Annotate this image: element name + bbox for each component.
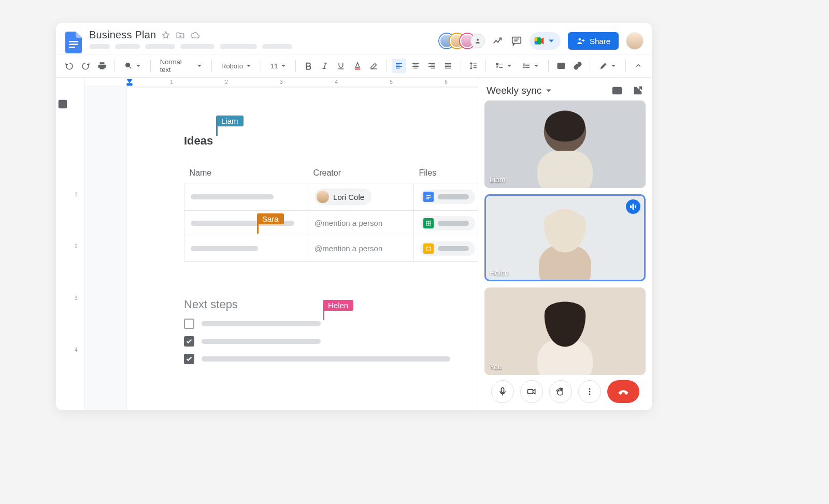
print-button[interactable] xyxy=(95,59,109,73)
insert-image-button[interactable] xyxy=(554,59,568,73)
svg-rect-21 xyxy=(426,197,431,198)
horizontal-ruler[interactable]: 1 2 3 4 5 6 xyxy=(85,78,478,87)
ideas-table[interactable]: Name Creator Files Lori Cole Sara xyxy=(184,168,478,262)
star-icon[interactable] xyxy=(161,31,170,40)
font-size-dropdown[interactable]: 11 xyxy=(266,59,290,73)
svg-point-15 xyxy=(523,67,525,68)
workspace: 1 2 3 4 1 2 3 4 5 6 Ideas Liam xyxy=(56,78,652,410)
svg-point-8 xyxy=(578,38,581,41)
menu-item[interactable] xyxy=(262,44,292,49)
camera-button[interactable] xyxy=(520,380,543,403)
highlight-button[interactable] xyxy=(367,59,381,73)
editing-mode-dropdown[interactable] xyxy=(595,59,620,73)
checkbox-checked-icon[interactable] xyxy=(184,354,194,364)
speaking-indicator-icon xyxy=(626,199,640,214)
table-row[interactable]: Sara @mention a person xyxy=(184,211,478,236)
mention-placeholder[interactable]: @mention a person xyxy=(315,219,382,227)
account-avatar[interactable] xyxy=(626,32,644,50)
picture-in-picture-icon[interactable] xyxy=(611,85,623,96)
meet-panel: Weekly sync Liam Helen xyxy=(478,78,652,410)
svg-rect-35 xyxy=(635,205,636,208)
bulleted-list-dropdown[interactable] xyxy=(518,59,543,73)
insert-link-button[interactable] xyxy=(570,59,585,73)
paragraph-style-dropdown[interactable]: Normal text xyxy=(156,59,206,73)
svg-rect-34 xyxy=(633,204,634,210)
checklist-item[interactable] xyxy=(184,336,457,347)
meeting-title-dropdown[interactable]: Weekly sync xyxy=(487,85,552,96)
align-center-button[interactable] xyxy=(408,59,423,73)
file-chip-docs[interactable] xyxy=(420,190,475,204)
share-label: Share xyxy=(590,37,610,46)
svg-point-17 xyxy=(560,65,561,66)
undo-button[interactable] xyxy=(62,59,77,73)
activity-dashboard-icon[interactable] xyxy=(492,35,504,47)
font-family-dropdown[interactable]: Roboto xyxy=(217,59,255,73)
table-row[interactable]: @mention a person xyxy=(184,236,478,262)
microphone-button[interactable] xyxy=(491,380,514,403)
svg-rect-39 xyxy=(527,390,533,394)
checkbox-checked-icon[interactable] xyxy=(184,336,194,347)
section-next-steps: Next steps Helen xyxy=(184,298,457,364)
share-button[interactable]: Share xyxy=(568,32,619,50)
svg-point-3 xyxy=(477,39,479,41)
app-window: Business Plan xyxy=(56,23,652,410)
svg-rect-26 xyxy=(617,91,620,93)
menu-item[interactable] xyxy=(115,44,140,49)
table-row[interactable]: Lori Cole xyxy=(184,183,478,211)
checklist-item[interactable]: Helen xyxy=(184,319,457,329)
align-left-button[interactable] xyxy=(392,59,406,73)
presence-more[interactable] xyxy=(470,34,485,48)
document-title[interactable]: Business Plan xyxy=(89,29,156,41)
popout-icon[interactable] xyxy=(632,85,644,96)
file-chip-slides[interactable] xyxy=(420,241,475,256)
indent-marker-icon[interactable] xyxy=(126,79,133,87)
video-tile[interactable]: You xyxy=(484,287,646,375)
menu-item[interactable] xyxy=(89,44,110,49)
docs-logo-icon[interactable] xyxy=(64,31,83,54)
checklist-dropdown[interactable] xyxy=(491,59,516,73)
line-spacing-button[interactable] xyxy=(466,59,481,73)
menu-item[interactable] xyxy=(145,44,175,49)
align-justify-button[interactable] xyxy=(441,59,455,73)
align-right-button[interactable] xyxy=(425,59,439,73)
cloud-status-icon[interactable] xyxy=(190,31,199,40)
mention-placeholder[interactable]: @mention a person xyxy=(315,244,382,253)
italic-button[interactable] xyxy=(318,59,332,73)
col-header-files: Files xyxy=(413,168,478,183)
collab-cursor-sara: Sara xyxy=(257,213,284,224)
more-options-button[interactable] xyxy=(578,380,601,403)
checkbox-unchecked-icon[interactable] xyxy=(184,319,194,329)
collapse-toolbar-button[interactable] xyxy=(631,59,646,73)
file-chip-sheets[interactable] xyxy=(420,216,475,231)
comments-icon[interactable] xyxy=(511,35,522,47)
checklist-item[interactable] xyxy=(184,354,457,364)
col-header-creator: Creator xyxy=(308,168,414,183)
svg-point-9 xyxy=(125,63,130,67)
video-tile[interactable]: Helen xyxy=(484,194,646,282)
document-page[interactable]: Ideas Liam Name Creator Files Lori Cole xyxy=(126,87,478,410)
svg-rect-1 xyxy=(69,44,78,46)
redo-button[interactable] xyxy=(79,59,93,73)
svg-rect-6 xyxy=(535,38,538,41)
meet-tiles: Liam Helen You xyxy=(478,100,652,375)
vertical-ruler[interactable]: 1 2 3 4 xyxy=(70,78,85,410)
menu-item[interactable] xyxy=(220,44,257,49)
text-color-button[interactable] xyxy=(350,59,365,73)
outline-toggle-icon[interactable] xyxy=(57,98,69,111)
bold-button[interactable] xyxy=(301,59,316,73)
zoom-dropdown[interactable] xyxy=(120,59,145,73)
svg-point-14 xyxy=(523,65,525,67)
presence-avatars[interactable] xyxy=(439,34,485,48)
menu-bar[interactable] xyxy=(89,44,439,49)
meet-dropdown[interactable] xyxy=(530,32,561,50)
svg-rect-29 xyxy=(537,151,593,188)
underline-button[interactable] xyxy=(334,59,349,73)
raise-hand-button[interactable] xyxy=(549,380,572,403)
hangup-button[interactable] xyxy=(607,380,639,403)
person-chip[interactable]: Lori Cole xyxy=(315,189,371,205)
move-icon[interactable] xyxy=(176,31,185,40)
video-tile[interactable]: Liam xyxy=(484,100,646,188)
toolbar: Normal text Roboto 11 xyxy=(56,54,652,78)
svg-point-42 xyxy=(589,394,590,395)
menu-item[interactable] xyxy=(180,44,215,49)
